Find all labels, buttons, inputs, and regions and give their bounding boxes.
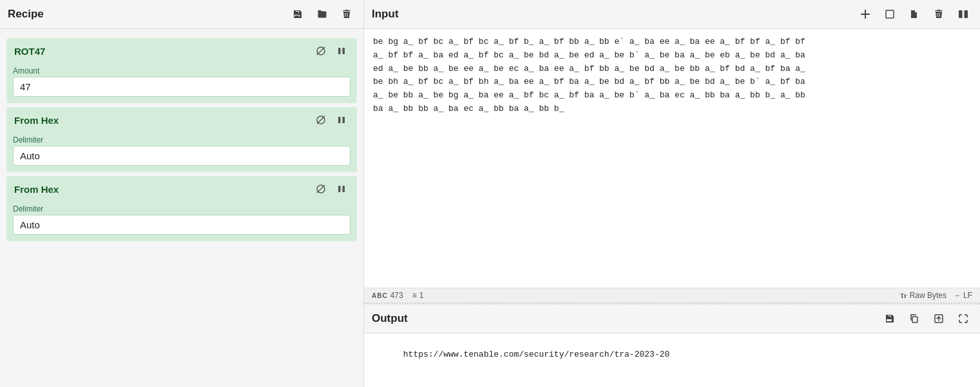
fromhex1-header: From Hex — [6, 107, 357, 133]
input-status-bar: ABC 473 ≡ 1 Tr Raw Bytes ← LF — [364, 288, 980, 303]
rot47-header: ROT47 — [6, 38, 357, 64]
save-recipe-button[interactable] — [289, 5, 307, 23]
svg-rect-4 — [343, 48, 345, 54]
disable-icon — [316, 115, 326, 125]
fromhex1-delimiter-field-group: Delimiter — [13, 135, 351, 166]
trash-icon — [341, 9, 352, 19]
lf-button[interactable]: ← LF — [954, 291, 972, 300]
left-panel: Recipe ROT47 — [0, 0, 364, 387]
upload-icon — [934, 313, 944, 324]
svg-rect-14 — [959, 10, 963, 18]
abc-label: ABC — [372, 292, 388, 299]
svg-text:Tr: Tr — [900, 292, 907, 299]
disable-icon — [316, 184, 326, 194]
window-icon — [885, 9, 895, 19]
expand-output-button[interactable] — [954, 310, 972, 328]
rot47-body: Amount — [6, 64, 357, 103]
add-input-button[interactable] — [856, 5, 874, 23]
copy-icon — [909, 313, 919, 324]
rot47-title: ROT47 — [14, 46, 308, 57]
new-window-button[interactable] — [881, 5, 899, 23]
fromhex1-delimiter-label: Delimiter — [13, 135, 351, 144]
fromhex2-header: From Hex — [6, 176, 357, 202]
recipe-block-fromhex2: From Hex Delimiter — [6, 176, 357, 241]
fromhex2-delimiter-input[interactable] — [13, 215, 351, 235]
fromhex2-disable-button[interactable] — [313, 181, 329, 197]
expand-icon — [958, 313, 968, 324]
rot47-amount-label: Amount — [13, 66, 351, 75]
recipe-block-fromhex1: From Hex Delimiter — [6, 107, 357, 172]
svg-rect-15 — [965, 10, 968, 18]
save-output-button[interactable] — [881, 310, 899, 328]
rot47-pause-button[interactable] — [334, 43, 349, 59]
output-textarea: https://www.tenable.com/security/researc… — [364, 333, 980, 387]
output-text: https://www.tenable.com/security/researc… — [403, 350, 669, 359]
disable-icon — [316, 46, 326, 56]
copy-output-button[interactable] — [905, 310, 923, 328]
folder-icon — [317, 9, 327, 19]
lf-label: LF — [963, 291, 972, 300]
output-title: Output — [372, 312, 874, 325]
fromhex1-pause-button[interactable] — [334, 112, 349, 128]
line-icon: ≡ — [412, 291, 417, 300]
recipe-block-rot47: ROT47 Amount — [6, 38, 357, 103]
pause-icon — [336, 184, 347, 194]
fromhex1-body: Delimiter — [6, 133, 357, 172]
fromhex1-delimiter-input[interactable] — [13, 146, 351, 166]
svg-rect-17 — [912, 317, 918, 322]
rot47-amount-input[interactable] — [13, 77, 351, 97]
split-icon — [958, 9, 968, 19]
fromhex1-title: From Hex — [14, 115, 308, 126]
input-textarea[interactable] — [364, 29, 980, 288]
line-count-status: ≡ 1 — [412, 291, 424, 300]
char-count: 473 — [390, 291, 403, 300]
right-panel: Input — [364, 0, 980, 387]
font-icon: Tr — [900, 292, 908, 299]
output-section: Output — [364, 303, 980, 387]
recipe-header: Recipe — [0, 0, 363, 29]
split-view-button[interactable] — [954, 5, 972, 23]
svg-rect-7 — [338, 117, 341, 123]
save-output-icon — [885, 313, 895, 324]
open-file-icon — [909, 9, 919, 19]
input-header: Input — [364, 0, 980, 29]
pause-icon — [336, 46, 347, 56]
raw-bytes-label: Raw Bytes — [910, 291, 946, 300]
clear-input-button[interactable] — [930, 5, 948, 23]
trash-input-icon — [934, 9, 944, 19]
svg-rect-8 — [343, 117, 345, 123]
open-file-button[interactable] — [905, 5, 923, 23]
line-count: 1 — [419, 291, 424, 300]
svg-rect-11 — [338, 186, 341, 192]
fromhex2-title: From Hex — [14, 184, 308, 195]
fromhex2-body: Delimiter — [6, 202, 357, 241]
save-icon — [293, 9, 303, 19]
fromhex2-delimiter-label: Delimiter — [13, 204, 351, 213]
recipe-items: ROT47 Amount — [0, 29, 363, 387]
raw-bytes-button[interactable]: Tr Raw Bytes — [900, 291, 946, 300]
input-title: Input — [372, 8, 850, 21]
svg-rect-0 — [295, 15, 299, 17]
arrow-left-icon: ← — [954, 291, 962, 300]
delete-recipe-button[interactable] — [338, 5, 356, 23]
char-count-status: ABC 473 — [372, 291, 403, 300]
svg-rect-13 — [886, 10, 894, 18]
fromhex2-pause-button[interactable] — [334, 181, 349, 197]
svg-rect-3 — [338, 48, 341, 54]
rot47-disable-button[interactable] — [313, 43, 329, 59]
status-right: Tr Raw Bytes ← LF — [900, 291, 972, 300]
upload-output-button[interactable] — [930, 310, 948, 328]
fromhex2-delimiter-field-group: Delimiter — [13, 204, 351, 235]
rot47-amount-field-group: Amount — [13, 66, 351, 97]
open-folder-button[interactable] — [313, 5, 331, 23]
output-header: Output — [364, 304, 980, 333]
svg-rect-12 — [343, 186, 345, 192]
pause-icon — [336, 115, 347, 125]
plus-icon — [860, 9, 870, 19]
fromhex1-disable-button[interactable] — [313, 112, 329, 128]
recipe-title: Recipe — [8, 8, 282, 21]
